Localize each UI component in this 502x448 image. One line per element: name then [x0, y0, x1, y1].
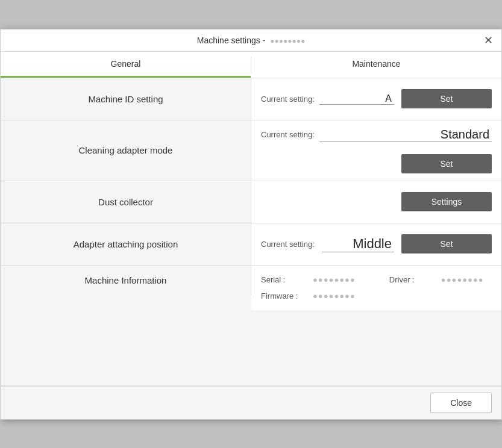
adapter-current-label: Current setting: — [261, 240, 315, 249]
adapter-position-row: Adapter attaching position Current setti… — [1, 223, 501, 266]
serial-line: Serial : ●●●●●●●● Driver : ●●●●●●●● — [261, 275, 492, 284]
machine-id-current-label: Current setting: — [261, 95, 315, 104]
dust-collector-label: Dust collector — [1, 181, 251, 223]
cleaning-adapter-label: Cleaning adapter mode — [1, 120, 251, 181]
cleaning-adapter-row: Cleaning adapter mode Current setting: S… — [1, 120, 501, 181]
adapter-set-button[interactable]: Set — [401, 234, 492, 254]
cleaning-current-label: Current setting: — [261, 130, 315, 139]
adapter-position-content: Current setting: Middle Set — [251, 223, 501, 265]
tab-maintenance[interactable]: Maintenance — [251, 52, 501, 78]
machine-id-content: Current setting: A Set — [251, 78, 501, 120]
tab-bar: General Maintenance — [1, 52, 501, 78]
dialog-title: Machine settings - ●●●●●●●● — [197, 36, 305, 45]
title-text: Machine settings - — [197, 36, 266, 45]
adapter-position-label: Adapter attaching position — [1, 223, 251, 265]
footer-close-button[interactable]: Close — [430, 393, 492, 413]
machine-id-label: Machine ID setting — [1, 78, 251, 120]
cleaning-set-button[interactable]: Set — [401, 154, 492, 173]
firmware-value: ●●●●●●●● — [313, 291, 356, 300]
adapter-current-value: Middle — [322, 236, 394, 252]
title-bar: Machine settings - ●●●●●●●● ✕ — [1, 30, 501, 52]
machine-id-set-button[interactable]: Set — [401, 89, 492, 108]
dust-collector-content: Settings — [251, 181, 501, 223]
serial-key: Serial : — [261, 275, 303, 284]
driver-key: Driver : — [389, 275, 431, 284]
dust-collector-settings-button[interactable]: Settings — [401, 192, 492, 211]
machine-id-current-value: A — [319, 93, 394, 105]
machine-info-label: Machine Information — [1, 266, 251, 295]
serial-value: ●●●●●●●● — [313, 275, 356, 284]
tab-general[interactable]: General — [1, 52, 251, 78]
title-suffix: ●●●●●●●● — [270, 37, 305, 45]
firmware-key: Firmware : — [261, 291, 303, 300]
machine-info-content: Serial : ●●●●●●●● Driver : ●●●●●●●● Firm… — [251, 266, 501, 310]
dust-collector-row: Dust collector Settings — [1, 181, 501, 223]
dialog-footer: Close — [1, 386, 501, 419]
settings-content: Machine ID setting Current setting: A Se… — [1, 78, 501, 386]
machine-info-row: Machine Information Serial : ●●●●●●●● Dr… — [1, 266, 501, 386]
cleaning-current-value: Standard — [319, 128, 492, 142]
close-icon-button[interactable]: ✕ — [484, 35, 493, 46]
driver-value: ●●●●●●●● — [441, 275, 484, 284]
cleaning-adapter-content: Current setting: Standard Set — [251, 120, 501, 181]
machine-settings-dialog: Machine settings - ●●●●●●●● ✕ General Ma… — [0, 29, 502, 420]
machine-id-row: Machine ID setting Current setting: A Se… — [1, 78, 501, 120]
firmware-line: Firmware : ●●●●●●●● — [261, 291, 492, 300]
